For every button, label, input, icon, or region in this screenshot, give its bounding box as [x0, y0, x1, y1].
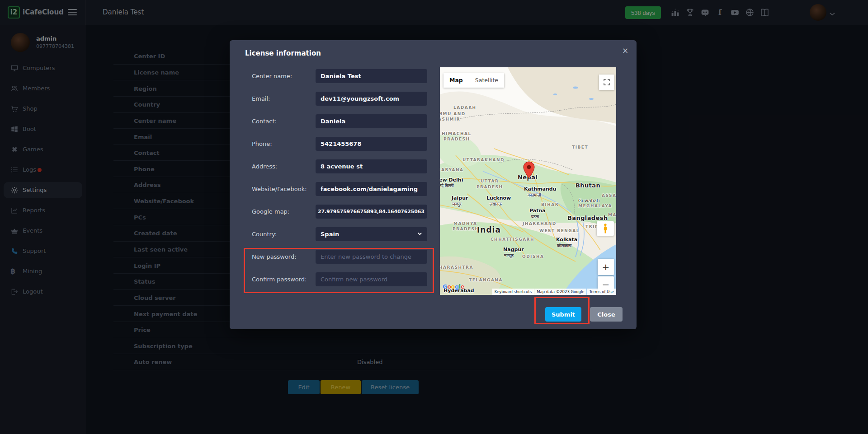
phone-input[interactable]	[316, 137, 427, 151]
field-label: Confirm password:	[252, 272, 307, 286]
map-label: Nagpur	[503, 247, 524, 252]
map-terrain	[440, 67, 616, 295]
field-label: Website/Facebook:	[252, 182, 307, 196]
google-map-input[interactable]	[316, 205, 427, 219]
zoom-in-button[interactable]: +	[598, 259, 614, 275]
email-input[interactable]	[316, 92, 427, 106]
fullscreen-icon[interactable]	[599, 75, 614, 90]
close-icon[interactable]: ×	[620, 46, 630, 56]
map-data-attribution: Map data ©2023 Google	[534, 289, 586, 295]
field-label: Center name:	[252, 69, 292, 83]
satellite-type-button[interactable]: Satellite	[469, 73, 504, 88]
map-type-control: Map Satellite	[443, 73, 504, 88]
map-label: लखनऊ	[490, 201, 502, 207]
map-label: HIMACHAL	[442, 131, 472, 136]
map-label: TELANGANA	[469, 278, 503, 282]
chevron-down-icon	[417, 231, 422, 238]
map-label: CHHATTISGARH	[491, 237, 534, 242]
form-row: Google map:	[230, 205, 440, 219]
address-input[interactable]	[316, 159, 427, 173]
map-label: MADHYA	[453, 221, 477, 226]
map-label: PRADESH	[476, 185, 503, 189]
map-attribution: Keyboard shortcuts Map data ©2023 Google…	[492, 289, 616, 295]
form-row: Center name:	[230, 69, 440, 83]
modal-title: License information	[245, 49, 321, 57]
form-row: Address:	[230, 159, 440, 173]
map-label: काठमाडौं	[528, 192, 541, 198]
terms-of-use-link[interactable]: Terms of Use	[587, 289, 616, 295]
field-label: Phone:	[252, 137, 272, 151]
map-label: ASHMIR	[440, 117, 460, 121]
map-label: TIBET	[572, 145, 588, 149]
map-label: Kathmandu	[524, 186, 556, 192]
center-name-input[interactable]	[316, 69, 427, 83]
map-label: Patna	[529, 208, 546, 214]
new-password-input[interactable]	[316, 250, 427, 264]
country-select-value: Spain	[321, 231, 339, 238]
keyboard-shortcuts-link[interactable]: Keyboard shortcuts	[492, 289, 534, 295]
map-label: LADAKH	[453, 105, 476, 110]
map-label: UTTAR	[481, 179, 499, 183]
confirm-password-input[interactable]	[316, 272, 427, 286]
form-row: Email:	[230, 92, 440, 106]
map-label: ASSAM	[602, 193, 616, 198]
map-label: कोलकाता	[557, 243, 571, 248]
google-map[interactable]: LADAKHMMU ANDASHMIRHIMACHALPRADESHTIBETU…	[440, 67, 616, 295]
map-label: India	[477, 225, 501, 234]
map-label: Bangladesh	[567, 215, 608, 221]
form-row: Phone:	[230, 137, 440, 151]
map-label: MEGHALAYA	[578, 204, 612, 208]
map-marker-pin[interactable]	[523, 161, 535, 180]
app-root: i2 iCafeCloud Daniela Test 538 days f ad…	[0, 0, 868, 434]
field-label: Address:	[252, 159, 277, 173]
map-label: BIHAR	[541, 202, 559, 207]
map-label: WEST BENGAL	[539, 229, 580, 233]
map-label: जयपुर	[452, 201, 462, 207]
license-information-modal: License information × Center name: Email…	[230, 40, 637, 329]
field-label: New password:	[252, 250, 297, 264]
map-label: ew Delhi	[440, 177, 463, 183]
field-label: Email:	[252, 92, 270, 106]
website-facebook-input[interactable]	[316, 182, 427, 196]
map-label: HARYANA	[440, 168, 464, 172]
map-label: Bhutan	[576, 182, 600, 189]
map-label: MAN	[608, 213, 616, 217]
form-row: Website/Facebook:	[230, 182, 440, 196]
form-row: Country: Spain	[230, 227, 440, 241]
field-label: Google map:	[252, 205, 289, 219]
map-label: UTTARAKHAND	[462, 158, 505, 162]
contact-input[interactable]	[316, 114, 427, 128]
map-label: Guwahati	[578, 198, 600, 203]
map-label: ODISHA	[522, 254, 544, 259]
map-label: नई दिल्ली	[440, 183, 453, 188]
google-logo[interactable]: Google	[443, 283, 464, 290]
field-label: Country:	[252, 227, 277, 241]
country-select[interactable]: Spain	[316, 227, 427, 241]
map-label: PRADESH	[453, 227, 479, 231]
map-label: MMU AND	[440, 112, 466, 116]
map-label: Lucknow	[486, 195, 511, 201]
submit-button[interactable]: Submit	[545, 307, 581, 322]
map-label: Jaipur	[452, 195, 468, 201]
close-button[interactable]: Close	[590, 307, 623, 322]
pegman-icon[interactable]	[597, 221, 614, 236]
map-label: पटना	[531, 214, 539, 219]
field-label: Contact:	[252, 114, 277, 128]
map-type-button[interactable]: Map	[443, 73, 469, 88]
map-label: HARASHTRA	[440, 265, 473, 270]
map-label: Kolkata	[556, 237, 577, 243]
map-label: नागपुर	[504, 253, 514, 258]
form-row: New password:	[230, 250, 440, 264]
form-row: Confirm password:	[230, 272, 440, 286]
map-label: JHARKHAND	[523, 221, 557, 226]
map-label: PRADESH	[443, 137, 470, 141]
form-row: Contact:	[230, 114, 440, 128]
